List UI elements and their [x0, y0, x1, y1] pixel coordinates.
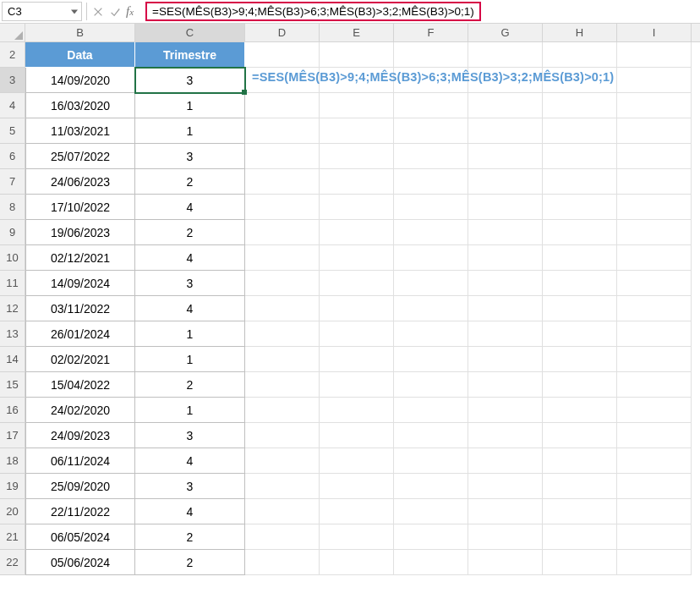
cell-data[interactable]: 25/09/2020: [25, 474, 135, 499]
empty-cell[interactable]: [468, 144, 543, 169]
cell-trimestre[interactable]: 2: [135, 220, 245, 245]
empty-cell[interactable]: [617, 398, 692, 423]
empty-cell[interactable]: [245, 169, 320, 195]
accept-icon[interactable]: [109, 6, 121, 18]
cell-data[interactable]: 26/01/2024: [25, 321, 135, 347]
empty-cell[interactable]: [245, 42, 320, 68]
empty-cell[interactable]: [320, 423, 394, 448]
table-header-trimestre[interactable]: Trimestre: [135, 42, 245, 68]
empty-cell[interactable]: [245, 118, 320, 144]
row-head-6[interactable]: 6: [0, 144, 25, 169]
cell-data[interactable]: 03/11/2022: [25, 296, 135, 321]
empty-cell[interactable]: [320, 169, 394, 195]
empty-cell[interactable]: [320, 118, 394, 144]
empty-cell[interactable]: [245, 423, 320, 448]
select-all-corner[interactable]: [0, 24, 25, 41]
empty-cell[interactable]: [468, 398, 543, 423]
empty-cell[interactable]: [468, 296, 543, 321]
cell-data[interactable]: 19/06/2023: [25, 220, 135, 245]
empty-cell[interactable]: [394, 42, 468, 68]
cell-trimestre[interactable]: 4: [135, 499, 245, 524]
empty-cell[interactable]: [394, 347, 468, 372]
empty-cell[interactable]: [468, 245, 543, 271]
empty-cell[interactable]: [617, 296, 692, 321]
row-head-14[interactable]: 14: [0, 347, 25, 372]
empty-cell[interactable]: [468, 524, 543, 550]
empty-cell[interactable]: [468, 118, 543, 144]
empty-cell[interactable]: [468, 271, 543, 296]
fx-icon[interactable]: fx: [126, 4, 134, 19]
empty-cell[interactable]: [320, 296, 394, 321]
cell-data[interactable]: 06/05/2024: [25, 524, 135, 550]
cell-trimestre[interactable]: 1: [135, 321, 245, 347]
row-head-20[interactable]: 20: [0, 499, 25, 524]
empty-cell[interactable]: [468, 93, 543, 118]
cell-trimestre[interactable]: 3: [135, 68, 245, 93]
empty-cell[interactable]: [617, 372, 692, 398]
row-head-19[interactable]: 19: [0, 474, 25, 499]
empty-cell[interactable]: [617, 118, 692, 144]
row-head-16[interactable]: 16: [0, 398, 25, 423]
cell-data[interactable]: 24/09/2023: [25, 423, 135, 448]
col-head-D[interactable]: D: [245, 24, 320, 41]
empty-cell[interactable]: [543, 321, 617, 347]
row-head-4[interactable]: 4: [0, 93, 25, 118]
cell-data[interactable]: 22/11/2022: [25, 499, 135, 524]
cell-trimestre[interactable]: 3: [135, 271, 245, 296]
empty-cell[interactable]: [394, 271, 468, 296]
cell-data[interactable]: 14/09/2020: [25, 68, 135, 93]
cell-data[interactable]: 24/06/2023: [25, 169, 135, 195]
cell-trimestre[interactable]: 3: [135, 474, 245, 499]
empty-cell[interactable]: [394, 524, 468, 550]
empty-cell[interactable]: [543, 42, 617, 68]
empty-cell[interactable]: [617, 448, 692, 474]
cell-trimestre[interactable]: 2: [135, 169, 245, 195]
formula-input[interactable]: =SES(MÊS(B3)>9;4;MÊS(B3)>6;3;MÊS(B3)>3;2…: [145, 2, 481, 21]
empty-cell[interactable]: [617, 423, 692, 448]
empty-cell[interactable]: [245, 321, 320, 347]
row-head-5[interactable]: 5: [0, 118, 25, 144]
empty-cell[interactable]: [245, 93, 320, 118]
cancel-icon[interactable]: [92, 6, 104, 18]
cell-trimestre[interactable]: 2: [135, 524, 245, 550]
empty-cell[interactable]: [394, 93, 468, 118]
cell-trimestre[interactable]: 4: [135, 195, 245, 220]
empty-cell[interactable]: [245, 550, 320, 575]
cell-data[interactable]: 14/09/2024: [25, 271, 135, 296]
empty-cell[interactable]: [617, 524, 692, 550]
empty-cell[interactable]: [543, 423, 617, 448]
col-head-G[interactable]: G: [468, 24, 543, 41]
empty-cell[interactable]: [394, 220, 468, 245]
empty-cell[interactable]: [245, 220, 320, 245]
cell-trimestre[interactable]: 3: [135, 144, 245, 169]
table-header-data[interactable]: Data: [25, 42, 135, 68]
empty-cell[interactable]: [245, 347, 320, 372]
empty-cell[interactable]: [543, 245, 617, 271]
empty-cell[interactable]: [320, 499, 394, 524]
cell-trimestre[interactable]: 4: [135, 296, 245, 321]
empty-cell[interactable]: [543, 296, 617, 321]
cell-trimestre[interactable]: 2: [135, 372, 245, 398]
empty-cell[interactable]: [394, 118, 468, 144]
empty-cell[interactable]: [320, 245, 394, 271]
empty-cell[interactable]: [543, 524, 617, 550]
row-head-9[interactable]: 9: [0, 220, 25, 245]
empty-cell[interactable]: [245, 372, 320, 398]
empty-cell[interactable]: [617, 93, 692, 118]
empty-cell[interactable]: [543, 474, 617, 499]
empty-cell[interactable]: [617, 271, 692, 296]
cell-data[interactable]: 15/04/2022: [25, 372, 135, 398]
empty-cell[interactable]: [320, 195, 394, 220]
empty-cell[interactable]: [245, 499, 320, 524]
empty-cell[interactable]: [320, 321, 394, 347]
empty-cell[interactable]: [543, 347, 617, 372]
row-head-17[interactable]: 17: [0, 423, 25, 448]
empty-cell[interactable]: [394, 195, 468, 220]
cell-data[interactable]: 16/03/2020: [25, 93, 135, 118]
empty-cell[interactable]: [468, 423, 543, 448]
empty-cell[interactable]: [543, 372, 617, 398]
empty-cell[interactable]: [468, 448, 543, 474]
cell-trimestre[interactable]: 1: [135, 347, 245, 372]
empty-cell[interactable]: [245, 195, 320, 220]
empty-cell[interactable]: [394, 144, 468, 169]
